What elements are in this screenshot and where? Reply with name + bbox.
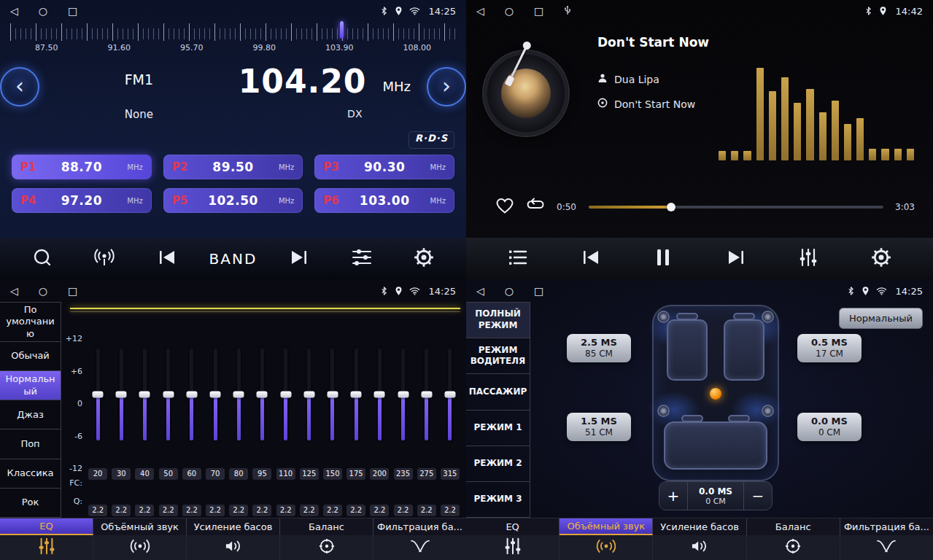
- eq-preset-item[interactable]: Джаз: [0, 400, 61, 429]
- tab-1[interactable]: EQ: [0, 518, 93, 535]
- tab-3[interactable]: Усиление басов: [653, 518, 746, 535]
- favorite-button[interactable]: [495, 197, 514, 217]
- eq-slider-handle[interactable]: [139, 392, 150, 398]
- repeat-button[interactable]: [526, 198, 545, 217]
- tab-balance-button[interactable]: [280, 535, 373, 560]
- eq-band-slider[interactable]: [190, 349, 193, 440]
- rear-right-delay-chip[interactable]: 0.0 MS 0 CM: [797, 413, 862, 441]
- tab-5[interactable]: Фильтрация ба...: [840, 518, 933, 535]
- tuning-pointer[interactable]: [340, 21, 344, 39]
- eq-preset-item[interactable]: Поп: [0, 429, 61, 459]
- seek-down-button[interactable]: [147, 243, 187, 275]
- progress-slider[interactable]: [589, 206, 883, 209]
- nav-back-icon[interactable]: ◁: [10, 6, 18, 16]
- surround-mode-item[interactable]: ПАССАЖИР: [466, 374, 530, 410]
- album-art[interactable]: [484, 51, 568, 136]
- next-track-button[interactable]: [716, 243, 756, 275]
- radio-preset-p6[interactable]: P6103.00MHz: [314, 188, 454, 213]
- nav-home-icon[interactable]: ○: [39, 286, 47, 296]
- surround-mode-item[interactable]: РЕЖИМ 3: [466, 482, 530, 518]
- eq-preset-item[interactable]: Рок: [0, 489, 61, 518]
- eq-band-slider[interactable]: [143, 349, 147, 440]
- eq-slider-handle[interactable]: [327, 392, 338, 398]
- tab-bass-button[interactable]: [187, 535, 280, 560]
- delay-increase-button[interactable]: +: [659, 482, 687, 510]
- nav-recent-icon[interactable]: □: [534, 286, 543, 296]
- surround-mode-item[interactable]: РЕЖИМ 1: [466, 411, 530, 446]
- eq-slider-handle[interactable]: [351, 392, 362, 398]
- rear-left-delay-chip[interactable]: 1.5 MS 51 CM: [567, 413, 631, 441]
- tab-surround-button[interactable]: [93, 535, 187, 560]
- front-right-delay-chip[interactable]: 0.5 MS 17 CM: [797, 334, 862, 362]
- eq-slider-handle[interactable]: [233, 392, 244, 398]
- tab-eq-button[interactable]: [466, 535, 560, 560]
- eq-band-slider[interactable]: [260, 349, 264, 440]
- eq-slider-handle[interactable]: [280, 392, 291, 398]
- tab-filter-button[interactable]: [373, 535, 466, 560]
- radio-preset-p3[interactable]: P390.30MHz: [314, 155, 454, 179]
- eq-slider-handle[interactable]: [163, 392, 174, 398]
- tab-2[interactable]: Объёмный звук: [93, 518, 187, 535]
- eq-slider-handle[interactable]: [303, 392, 314, 398]
- radio-preset-p5[interactable]: P5102.50MHz: [163, 188, 303, 213]
- eq-band-slider[interactable]: [355, 349, 358, 440]
- eq-slider-handle[interactable]: [93, 392, 104, 398]
- eq-slider-handle[interactable]: [444, 392, 455, 398]
- eq-band-slider[interactable]: [284, 349, 287, 440]
- eq-preset-item[interactable]: Классика: [0, 459, 61, 489]
- eq-slider-handle[interactable]: [398, 392, 409, 398]
- eq-band-slider[interactable]: [96, 349, 100, 440]
- tab-surround-button[interactable]: [560, 535, 653, 560]
- front-left-delay-chip[interactable]: 2.5 MS 85 CM: [567, 334, 631, 362]
- surround-mode-item[interactable]: ПОЛНЫЙ РЕЖИМ: [466, 303, 530, 338]
- nav-recent-icon[interactable]: □: [68, 286, 77, 296]
- equalizer-button[interactable]: [341, 243, 382, 275]
- previous-track-button[interactable]: [570, 243, 611, 275]
- scan-button[interactable]: [22, 243, 63, 275]
- frequency-ruler[interactable]: [10, 23, 456, 41]
- eq-band-slider[interactable]: [307, 349, 311, 440]
- eq-slider-handle[interactable]: [116, 392, 127, 398]
- nav-home-icon[interactable]: ○: [39, 6, 47, 16]
- listening-position-marker[interactable]: [710, 388, 721, 400]
- sound-preset-button[interactable]: Нормальный: [839, 308, 923, 329]
- eq-band-slider[interactable]: [448, 349, 452, 440]
- settings-button[interactable]: [403, 243, 444, 275]
- nav-recent-icon[interactable]: □: [68, 6, 77, 16]
- eq-band-slider[interactable]: [425, 349, 428, 440]
- broadcast-button[interactable]: [84, 243, 125, 275]
- tune-down-button[interactable]: ‹: [0, 67, 39, 106]
- tab-eq-button[interactable]: [0, 535, 93, 560]
- eq-slider-handle[interactable]: [374, 392, 385, 398]
- eq-slider-handle[interactable]: [186, 392, 197, 398]
- tab-3[interactable]: Усиление басов: [187, 518, 280, 535]
- eq-band-slider[interactable]: [237, 349, 241, 440]
- tab-4[interactable]: Баланс: [747, 518, 840, 535]
- eq-slider-handle[interactable]: [210, 392, 221, 398]
- radio-preset-p2[interactable]: P289.50MHz: [163, 155, 303, 179]
- progress-knob[interactable]: [667, 203, 675, 211]
- eq-band-slider[interactable]: [120, 349, 123, 440]
- nav-recent-icon[interactable]: □: [534, 6, 543, 16]
- eq-band-slider[interactable]: [330, 349, 334, 440]
- eq-preset-item[interactable]: По умолчанию: [0, 303, 61, 342]
- tab-5[interactable]: Фильтрация ба...: [373, 518, 466, 535]
- band-button[interactable]: BAND: [209, 243, 258, 275]
- radio-preset-p4[interactable]: P497.20MHz: [12, 188, 152, 213]
- pause-button[interactable]: [643, 243, 684, 275]
- radio-preset-p1[interactable]: P188.70MHz: [12, 155, 152, 179]
- eq-slider-handle[interactable]: [421, 392, 432, 398]
- tab-balance-button[interactable]: [747, 535, 840, 560]
- tune-up-button[interactable]: ›: [427, 67, 466, 106]
- nav-home-icon[interactable]: ○: [505, 286, 514, 296]
- eq-preset-item[interactable]: Нормальный: [0, 371, 61, 400]
- playlist-button[interactable]: [498, 243, 538, 275]
- tab-1[interactable]: EQ: [466, 518, 560, 535]
- eq-preset-item[interactable]: Обычай: [0, 342, 61, 371]
- nav-back-icon[interactable]: ◁: [10, 286, 18, 296]
- eq-band-slider[interactable]: [166, 349, 170, 440]
- eq-band-slider[interactable]: [401, 349, 405, 440]
- seek-up-button[interactable]: [279, 243, 320, 275]
- eq-slider-handle[interactable]: [257, 392, 268, 398]
- nav-back-icon[interactable]: ◁: [476, 286, 484, 296]
